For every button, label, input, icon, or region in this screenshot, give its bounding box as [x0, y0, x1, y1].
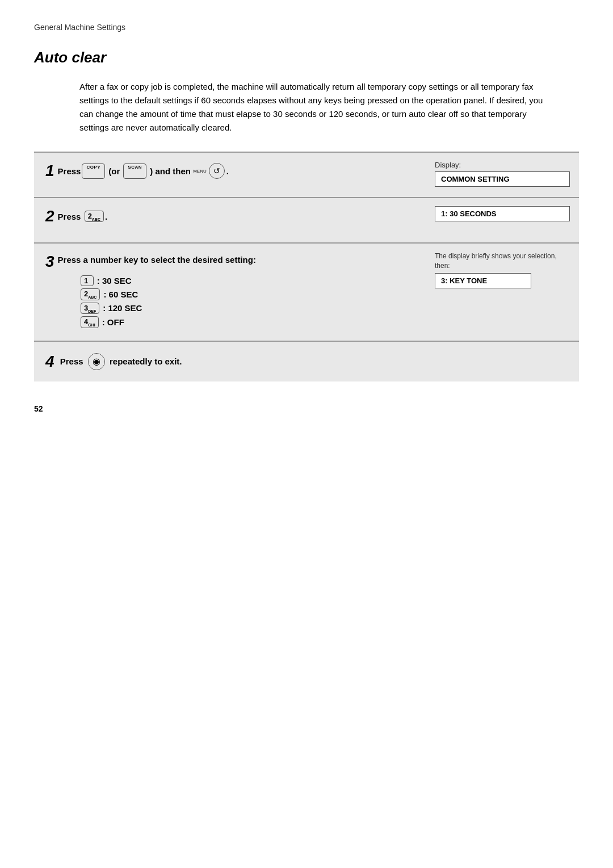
option-2-text: : 60 SEC: [103, 290, 138, 299]
step-2-row: 2 Press 2ABC . 1: 30 SECONDS: [34, 198, 579, 244]
intro-text: After a fax or copy job is completed, th…: [34, 80, 579, 135]
step-3-options: 1 : 30 SEC 2ABC : 60 SEC 3DEF : 120 SEC …: [79, 275, 414, 328]
step-1-display-box: COMMON SETTING: [435, 171, 570, 187]
step-4-number: 4: [45, 354, 54, 370]
step-1-number: 1: [45, 163, 54, 179]
scan-key-button[interactable]: SCAN: [123, 163, 146, 179]
copy-key-shape: [86, 170, 100, 178]
page-title: Auto clear: [34, 49, 579, 66]
step-2-left: 2 Press 2ABC .: [34, 198, 426, 242]
step-1-display-label: Display:: [435, 161, 570, 169]
option-2: 2ABC : 60 SEC: [79, 288, 414, 300]
step-1-period: .: [226, 166, 229, 176]
step-3-instruction: Press a number key to select the desired…: [58, 255, 256, 265]
step-1-press-label: Press: [58, 166, 81, 176]
clear-key-button[interactable]: ◉: [88, 353, 105, 370]
step-1-and-then-label: ) and then: [148, 166, 193, 176]
option-4-text: : OFF: [102, 317, 124, 327]
option-1-key[interactable]: 1: [81, 275, 94, 286]
step-2-display-box: 1: 30 SECONDS: [435, 206, 570, 221]
step-3-display-note: The display briefly shows your selection…: [435, 251, 570, 271]
option-3-text: : 120 SEC: [103, 303, 142, 313]
option-3-key[interactable]: 3DEF: [81, 303, 99, 315]
step-1-or-label: (or: [106, 166, 122, 176]
step-2-number: 2: [45, 208, 54, 224]
step-3-number: 3: [45, 254, 54, 270]
copy-key-label: COPY: [86, 165, 100, 170]
step-2-right: 1: 30 SECONDS: [426, 198, 579, 242]
step-4-instruction: repeatedly to exit.: [107, 357, 182, 366]
step-4-press-label: Press: [58, 357, 86, 366]
option-4-key[interactable]: 4GHI: [81, 316, 99, 328]
breadcrumb: General Machine Settings: [34, 23, 579, 32]
option-1-text: : 30 SEC: [97, 276, 132, 286]
step-3-left: 3 Press a number key to select the desir…: [34, 244, 426, 341]
step-1-left: 1 Press COPY (or SCAN ) and then MENU: [34, 153, 426, 197]
step-3-right: The display briefly shows your selection…: [426, 244, 579, 341]
step-2-key-2[interactable]: 2ABC: [85, 211, 104, 223]
step-2-period: .: [105, 212, 107, 221]
option-2-key[interactable]: 2ABC: [81, 288, 100, 300]
step-2-press-label: Press: [58, 212, 83, 221]
step-1-row: 1 Press COPY (or SCAN ) and then MENU: [34, 153, 579, 198]
option-3: 3DEF : 120 SEC: [79, 303, 414, 315]
steps-container: 1 Press COPY (or SCAN ) and then MENU: [34, 152, 579, 381]
page-number: 52: [34, 404, 579, 413]
scan-key-shape: [128, 170, 142, 178]
copy-key-button[interactable]: COPY: [82, 163, 105, 179]
step-3-row: 3 Press a number key to select the desir…: [34, 244, 579, 342]
step-4-row: 4 Press ◉ repeatedly to exit.: [34, 342, 579, 381]
menu-key-button[interactable]: ↺: [209, 163, 225, 179]
menu-key-label-text: MENU: [193, 169, 207, 174]
step-3-display-box: 3: KEY TONE: [435, 273, 531, 288]
option-4: 4GHI : OFF: [79, 316, 414, 328]
step-1-right: Display: COMMON SETTING: [426, 153, 579, 197]
scan-key-label: SCAN: [128, 165, 142, 170]
option-1: 1 : 30 SEC: [79, 275, 414, 286]
